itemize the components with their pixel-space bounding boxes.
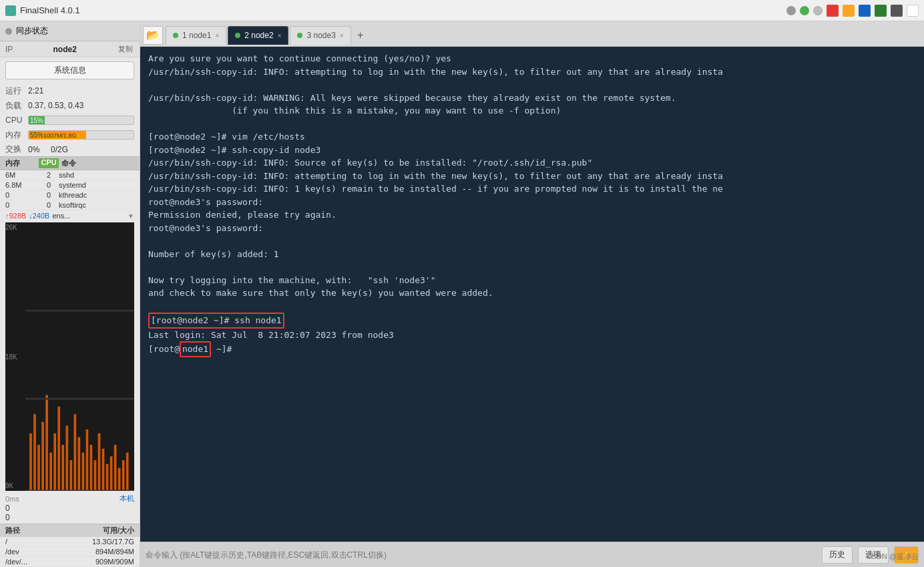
svg-rect-14: [86, 429, 89, 491]
mem-row: 内存 55%1007M/1.8G: [0, 128, 140, 142]
svg-rect-20: [110, 456, 113, 491]
process-table-header: 内存 CPU 命令: [0, 156, 140, 170]
ip-row: IP node2 复制: [0, 41, 140, 57]
ctrl-blue[interactable]: [859, 5, 871, 17]
uptime-value: 2:21: [28, 86, 43, 96]
svg-rect-1: [33, 414, 36, 491]
right-panel: 📂 1 node1 × 2 node2 × 3 node3 × + Are yo…: [140, 21, 924, 567]
tab-close-3[interactable]: ×: [340, 32, 344, 39]
ctrl-orange[interactable]: [843, 5, 855, 17]
svg-rect-17: [98, 433, 101, 491]
svg-rect-5: [49, 453, 52, 491]
cpu-bar: 15%: [28, 116, 134, 125]
ping-section: 0ms 本机 0 0: [0, 492, 140, 524]
dot-silver: [813, 6, 823, 15]
tab-node1[interactable]: 1 node1 ×: [166, 26, 226, 45]
svg-rect-16: [94, 460, 97, 491]
net-interface: ens...: [52, 212, 125, 220]
tab-label-3: 3 node3: [306, 31, 335, 40]
list-item: / 13.3G/17.7G: [0, 537, 140, 547]
ctrl-white[interactable]: [907, 5, 919, 17]
watermark: CSDN @蓝净云: [867, 552, 919, 562]
tab-label-1: 1 node1: [182, 31, 211, 40]
tab-node3[interactable]: 3 node3 ×: [290, 26, 351, 45]
ctrl-red[interactable]: [827, 5, 839, 17]
tab-label-2: 2 node2: [244, 31, 273, 40]
network-chart: 26K 18K 9K: [5, 222, 134, 491]
svg-rect-3: [41, 422, 44, 491]
ip-label: IP: [5, 45, 13, 54]
ping-label: 0ms: [5, 495, 19, 503]
net-upload: ↑928B: [5, 212, 26, 220]
svg-rect-23: [122, 460, 125, 491]
mem-pct-label: 55%1007M/1.8G: [30, 131, 77, 140]
ping-local-label: 本机: [120, 494, 134, 504]
sync-label: 同步状态: [16, 25, 48, 37]
load-value: 0.37, 0.53, 0.43: [28, 101, 83, 110]
th-mem: 内存: [5, 158, 39, 168]
folder-button[interactable]: 📂: [143, 26, 163, 45]
svg-rect-11: [74, 414, 77, 491]
mem-bar-wrap: 55%1007M/1.8G: [28, 130, 134, 140]
mem-label: 内存: [5, 130, 24, 141]
ip-value: node2: [53, 45, 77, 54]
history-button[interactable]: 历史: [822, 546, 853, 564]
tab-node2[interactable]: 2 node2 ×: [228, 26, 288, 45]
svg-rect-10: [70, 460, 73, 491]
sidebar-header: 同步状态: [0, 21, 140, 41]
dot-green: [800, 6, 809, 15]
th-cpu: CPU: [39, 158, 59, 168]
svg-rect-18: [102, 449, 105, 491]
window-controls: [786, 5, 919, 17]
svg-rect-9: [65, 425, 68, 491]
command-bar: 历史 选项 ⚡: [140, 542, 924, 567]
svg-rect-22: [118, 468, 121, 491]
uptime-label: 运行: [5, 85, 24, 97]
ctrl-dark-green[interactable]: [875, 5, 887, 17]
chart-svg: [5, 222, 134, 491]
uptime-row: 运行 2:21: [0, 83, 140, 98]
ctrl-dark-gray[interactable]: [891, 5, 903, 17]
ping-row: 0ms 本机: [5, 494, 134, 504]
load-label: 负载: [5, 100, 24, 112]
sys-info-button[interactable]: 系统信息: [5, 61, 134, 79]
svg-rect-15: [90, 445, 93, 491]
net-arrow-icon: ▼: [128, 212, 134, 220]
list-item: /dev/... 909M/909M: [0, 557, 140, 567]
net-download: ↓240B: [29, 212, 49, 220]
svg-rect-24: [126, 453, 129, 491]
disk-section: 路径 可用/大小 / 13.3G/17.7G /dev 894M/894M /d…: [0, 524, 140, 567]
svg-rect-2: [37, 445, 40, 491]
swap-row: 交换 0% 0/2G: [0, 142, 140, 156]
svg-rect-0: [29, 433, 32, 491]
svg-rect-19: [106, 464, 109, 491]
svg-rect-8: [61, 445, 64, 491]
highlighted-command: [root@node2 ~]# ssh node1: [148, 313, 284, 329]
copy-button[interactable]: 复制: [117, 44, 134, 54]
cpu-row: CPU 15%: [0, 113, 140, 128]
app-icon: [5, 5, 16, 16]
cpu-bar-wrap: 15%: [28, 116, 134, 125]
th-cmd: 命令: [59, 158, 134, 168]
table-row: 0 0 kthreadc: [0, 190, 140, 200]
network-row: ↑928B ↓240B ens... ▼: [0, 210, 140, 221]
svg-rect-7: [57, 407, 60, 491]
command-input[interactable]: [146, 546, 817, 564]
titlebar: FinalShell 4.0.1: [0, 0, 924, 21]
svg-rect-13: [82, 453, 85, 491]
terminal[interactable]: Are you sure you want to continue connec…: [140, 47, 924, 542]
tab-dot-3: [297, 33, 302, 38]
svg-rect-21: [114, 445, 117, 491]
highlighted-node: node1: [180, 341, 211, 357]
add-tab-button[interactable]: +: [353, 27, 369, 43]
sync-dot: [5, 28, 12, 35]
tab-close-2[interactable]: ×: [278, 32, 282, 39]
load-row: 负载 0.37, 0.53, 0.43: [0, 98, 140, 113]
chart-labels: 26K 18K 9K: [5, 222, 17, 491]
process-list: 6M 2 sshd 6.8M 0 systemd 0 0 kthreadc 0 …: [0, 170, 140, 210]
tab-close-1[interactable]: ×: [215, 32, 219, 39]
main-layout: 同步状态 IP node2 复制 系统信息 运行 2:21 负载 0.37, 0…: [0, 21, 924, 567]
tab-dot-2: [235, 33, 240, 38]
table-row: 6.8M 0 systemd: [0, 180, 140, 190]
disk-header: 路径 可用/大小: [0, 524, 140, 537]
